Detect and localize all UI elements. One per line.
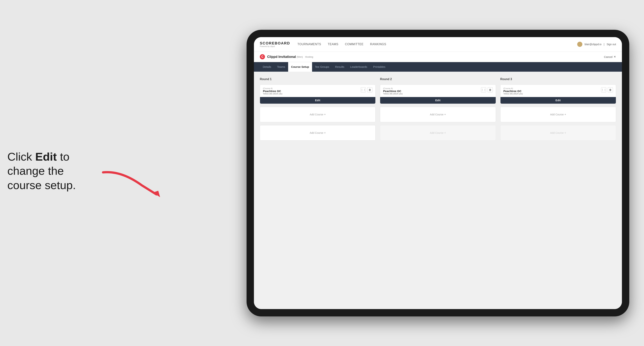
logo-text: SCOREBOARD (260, 41, 290, 45)
hosting-badge: Hosting (305, 55, 313, 58)
round-3-course-info: (Course A) Peachtree GC Yellow (M) (6629… (504, 87, 601, 95)
round-2-course-label: (Course A) (383, 87, 481, 89)
round-2-course-details: Yellow (M) (6629 yds) (383, 93, 481, 95)
round-1-title: Round 1 (260, 78, 376, 81)
round-2-course-name: Peachtree GC (383, 89, 481, 93)
round-2-add-course-1[interactable]: Add Course+ (380, 107, 496, 122)
round-1-add-course-2[interactable]: Add Course+ (260, 125, 376, 141)
user-area: blair@clippd.io | Sign out (577, 42, 616, 47)
nav-rankings[interactable]: RANKINGS (370, 42, 386, 47)
round-3-delete-icon[interactable]: 🗑 (608, 87, 613, 92)
round-3-course-card: (Course A) Peachtree GC Yellow (M) (6629… (500, 85, 616, 104)
tablet-screen: SCOREBOARD Powered by clippd TOURNAMENTS… (254, 37, 622, 309)
round-1-delete-icon[interactable]: 🗑 (367, 87, 372, 92)
round-2-column: Round 2 (Course A) Peachtree GC Yellow (… (380, 78, 496, 141)
round-2-delete-icon[interactable]: 🗑 (488, 87, 493, 92)
round-1-course-inner: (Course A) Peachtree GC Yellow (M) (6629… (260, 85, 375, 97)
round-1-column: Round 1 (Course A) Peachtree GC Yellow (… (260, 78, 376, 141)
round-3-reorder-icon[interactable]: ⋮⋮ (601, 87, 606, 92)
tab-tee-groups[interactable]: Tee Groups (312, 62, 332, 72)
round-2-add-course-text-1: Add Course+ (430, 113, 446, 116)
round-1-course-card: (Course A) Peachtree GC Yellow (M) (6629… (260, 85, 376, 104)
nav-links: TOURNAMENTS TEAMS COMMITTEE RANKINGS (297, 42, 577, 47)
round-2-course-card: (Course A) Peachtree GC Yellow (M) (6629… (380, 85, 496, 104)
gender-badge: (Men) (296, 55, 303, 58)
round-3-add-course-text-1: Add Course+ (550, 113, 566, 116)
bold-edit: Edit (35, 150, 57, 163)
round-1-course-label: (Course A) (263, 87, 361, 89)
round-1-course-details: Yellow (M) (6629 yds) (263, 93, 361, 95)
tab-teams[interactable]: Teams (274, 62, 288, 72)
tab-results[interactable]: Results (332, 62, 347, 72)
round-1-reorder-icon[interactable]: ⋮⋮ (361, 87, 366, 92)
round-2-add-course-text-2: Add Course+ (430, 131, 446, 135)
sign-out-link[interactable]: Sign out (607, 43, 616, 46)
round-2-course-info: (Course A) Peachtree GC Yellow (M) (6629… (383, 87, 481, 95)
nav-tournaments[interactable]: TOURNAMENTS (297, 42, 321, 47)
tab-leaderboards[interactable]: Leaderboards (347, 62, 370, 72)
cancel-button[interactable]: Cancel ✕ (604, 55, 616, 58)
main-content: Round 1 (Course A) Peachtree GC Yellow (… (254, 72, 622, 309)
clippd-logo: C (260, 54, 265, 59)
round-3-add-course-1[interactable]: Add Course+ (500, 107, 616, 122)
round-3-edit-button[interactable]: Edit (500, 97, 616, 104)
instruction-text: Click Edit tochange thecourse setup. (7, 150, 76, 192)
round-3-course-label: (Course A) (504, 87, 601, 89)
sub-header: C Clippd Invitational (Men) Hosting Canc… (254, 52, 622, 62)
tab-details[interactable]: Details (260, 62, 274, 72)
round-2-edit-button[interactable]: Edit (380, 97, 496, 104)
tournament-title: Clippd Invitational (267, 55, 296, 59)
round-2-course-actions: ⋮⋮ 🗑 (481, 87, 493, 92)
separator: | (604, 43, 604, 46)
round-1-course-actions: ⋮⋮ 🗑 (361, 87, 372, 92)
user-avatar (577, 42, 582, 47)
round-3-course-name: Peachtree GC (504, 89, 601, 93)
round-3-title: Round 3 (500, 78, 616, 81)
arrow-indicator (99, 169, 164, 198)
tab-bar: Details Teams Course Setup Tee Groups Re… (254, 62, 622, 72)
user-email: blair@clippd.io (584, 43, 602, 46)
nav-committee[interactable]: COMMITTEE (345, 42, 364, 47)
round-1-course-name: Peachtree GC (263, 89, 361, 93)
round-3-course-details: Yellow (M) (6629 yds) (504, 93, 601, 95)
round-1-course-info: (Course A) Peachtree GC Yellow (M) (6629… (263, 87, 361, 95)
round-3-course-inner: (Course A) Peachtree GC Yellow (M) (6629… (500, 85, 616, 97)
tab-printables[interactable]: Printables (370, 62, 388, 72)
logo-sub: Powered by clippd (260, 45, 290, 47)
round-2-course-inner: (Course A) Peachtree GC Yellow (M) (6629… (380, 85, 496, 97)
round-1-add-course-1[interactable]: Add Course+ (260, 107, 376, 122)
round-1-add-course-text-1: Add Course+ (310, 113, 326, 116)
round-2-title: Round 2 (380, 78, 496, 81)
round-3-course-actions: ⋮⋮ 🗑 (601, 87, 613, 92)
round-2-reorder-icon[interactable]: ⋮⋮ (481, 87, 486, 92)
round-3-add-course-text-2: Add Course+ (550, 131, 566, 135)
logo-area: SCOREBOARD Powered by clippd (260, 41, 290, 47)
top-nav: SCOREBOARD Powered by clippd TOURNAMENTS… (254, 37, 622, 52)
round-2-add-course-2: Add Course+ (380, 125, 496, 141)
tablet-device: SCOREBOARD Powered by clippd TOURNAMENTS… (246, 30, 629, 316)
round-3-column: Round 3 (Course A) Peachtree GC Yellow (… (500, 78, 616, 141)
round-1-add-course-text-2: Add Course+ (310, 131, 326, 135)
nav-teams[interactable]: TEAMS (328, 42, 338, 47)
round-1-edit-button[interactable]: Edit (260, 97, 375, 104)
tab-course-setup[interactable]: Course Setup (288, 62, 312, 72)
cancel-icon: ✕ (614, 55, 616, 58)
round-3-add-course-2: Add Course+ (500, 125, 616, 141)
rounds-grid: Round 1 (Course A) Peachtree GC Yellow (… (260, 78, 616, 141)
